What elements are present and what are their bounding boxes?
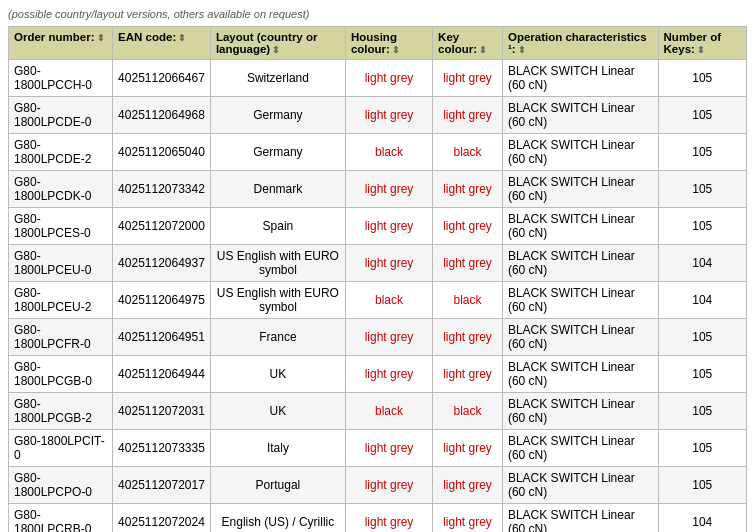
cell-housing: light grey (345, 245, 432, 282)
cell-order: G80-1800LPCEU-2 (9, 282, 113, 319)
cell-key: light grey (433, 208, 503, 245)
cell-housing: light grey (345, 430, 432, 467)
cell-ean: 4025112064951 (113, 319, 211, 356)
column-header-layout[interactable]: Layout (country or language)⇕ (210, 27, 345, 60)
cell-layout: Germany (210, 97, 345, 134)
cell-layout: Portugal (210, 467, 345, 504)
cell-op: BLACK SWITCH Linear (60 cN) (502, 356, 658, 393)
cell-numkeys: 105 (658, 430, 746, 467)
cell-order: G80-1800LPCFR-0 (9, 319, 113, 356)
column-header-ean[interactable]: EAN code:⇕ (113, 27, 211, 60)
cell-ean: 4025112072017 (113, 467, 211, 504)
cell-ean: 4025112072024 (113, 504, 211, 533)
cell-numkeys: 105 (658, 356, 746, 393)
cell-ean: 4025112072031 (113, 393, 211, 430)
sort-icon: ⇕ (479, 45, 487, 55)
cell-numkeys: 105 (658, 319, 746, 356)
table-row: G80-1800LPCFR-04025112064951Francelight … (9, 319, 747, 356)
cell-numkeys: 104 (658, 504, 746, 533)
table-row: G80-1800LPCGB-24025112072031UKblackblack… (9, 393, 747, 430)
cell-ean: 4025112066467 (113, 60, 211, 97)
cell-numkeys: 105 (658, 97, 746, 134)
cell-layout: Germany (210, 134, 345, 171)
cell-layout: France (210, 319, 345, 356)
table-row: G80-1800LPCDE-24025112065040Germanyblack… (9, 134, 747, 171)
cell-ean: 4025112064944 (113, 356, 211, 393)
column-header-key[interactable]: Key colour:⇕ (433, 27, 503, 60)
table-row: G80-1800LPCEU-24025112064975US English w… (9, 282, 747, 319)
cell-order: G80-1800LPCCH-0 (9, 60, 113, 97)
cell-order: G80-1800LPCIT-0 (9, 430, 113, 467)
cell-ean: 4025112072000 (113, 208, 211, 245)
cell-ean: 4025112073335 (113, 430, 211, 467)
cell-op: BLACK SWITCH Linear (60 cN) (502, 60, 658, 97)
sort-icon: ⇕ (97, 33, 105, 43)
sort-icon: ⇕ (697, 45, 705, 55)
cell-housing: black (345, 393, 432, 430)
cell-key: black (433, 134, 503, 171)
table-row: G80-1800LPCRB-04025112072024English (US)… (9, 504, 747, 533)
cell-ean: 4025112073342 (113, 171, 211, 208)
cell-op: BLACK SWITCH Linear (60 cN) (502, 467, 658, 504)
cell-housing: light grey (345, 356, 432, 393)
cell-key: light grey (433, 171, 503, 208)
cell-layout: Switzerland (210, 60, 345, 97)
cell-ean: 4025112064937 (113, 245, 211, 282)
cell-op: BLACK SWITCH Linear (60 cN) (502, 171, 658, 208)
cell-numkeys: 105 (658, 134, 746, 171)
cell-order: G80-1800LPCES-0 (9, 208, 113, 245)
cell-op: BLACK SWITCH Linear (60 cN) (502, 97, 658, 134)
table-row: G80-1800LPCEU-04025112064937US English w… (9, 245, 747, 282)
cell-op: BLACK SWITCH Linear (60 cN) (502, 430, 658, 467)
cell-key: light grey (433, 467, 503, 504)
cell-op: BLACK SWITCH Linear (60 cN) (502, 393, 658, 430)
cell-order: G80-1800LPCGB-0 (9, 356, 113, 393)
cell-op: BLACK SWITCH Linear (60 cN) (502, 282, 658, 319)
cell-op: BLACK SWITCH Linear (60 cN) (502, 208, 658, 245)
cell-layout: UK (210, 393, 345, 430)
cell-key: light grey (433, 356, 503, 393)
column-header-numkeys[interactable]: Number of Keys:⇕ (658, 27, 746, 60)
cell-ean: 4025112064968 (113, 97, 211, 134)
table-row: G80-1800LPCPO-04025112072017Portugalligh… (9, 467, 747, 504)
column-header-order[interactable]: Order number:⇕ (9, 27, 113, 60)
table-row: G80-1800LPCIT-04025112073335Italylight g… (9, 430, 747, 467)
cell-layout: US English with EUROsymbol (210, 282, 345, 319)
cell-layout: English (US) / Cyrillic (210, 504, 345, 533)
table-row: G80-1800LPCCH-04025112066467Switzerlandl… (9, 60, 747, 97)
cell-key: light grey (433, 60, 503, 97)
cell-key: light grey (433, 245, 503, 282)
cell-key: light grey (433, 430, 503, 467)
cell-numkeys: 104 (658, 282, 746, 319)
cell-layout: US English with EUROsymbol (210, 245, 345, 282)
cell-numkeys: 104 (658, 245, 746, 282)
cell-order: G80-1800LPCGB-2 (9, 393, 113, 430)
cell-op: BLACK SWITCH Linear (60 cN) (502, 504, 658, 533)
cell-housing: light grey (345, 319, 432, 356)
cell-key: light grey (433, 319, 503, 356)
cell-housing: light grey (345, 60, 432, 97)
table-row: G80-1800LPCDE-04025112064968Germanylight… (9, 97, 747, 134)
cell-key: black (433, 393, 503, 430)
column-header-housing[interactable]: Housing colour:⇕ (345, 27, 432, 60)
table-row: G80-1800LPCDK-04025112073342Denmarklight… (9, 171, 747, 208)
cell-op: BLACK SWITCH Linear (60 cN) (502, 319, 658, 356)
cell-ean: 4025112064975 (113, 282, 211, 319)
cell-housing: light grey (345, 208, 432, 245)
sort-icon: ⇕ (392, 45, 400, 55)
cell-op: BLACK SWITCH Linear (60 cN) (502, 245, 658, 282)
cell-order: G80-1800LPCDK-0 (9, 171, 113, 208)
cell-key: black (433, 282, 503, 319)
sort-icon: ⇕ (178, 33, 186, 43)
sort-icon: ⇕ (272, 45, 280, 55)
cell-numkeys: 105 (658, 393, 746, 430)
cell-layout: Italy (210, 430, 345, 467)
cell-housing: black (345, 134, 432, 171)
cell-layout: Spain (210, 208, 345, 245)
sort-icon: ⇕ (518, 45, 526, 55)
cell-order: G80-1800LPCPO-0 (9, 467, 113, 504)
table-row: G80-1800LPCGB-04025112064944UKlight grey… (9, 356, 747, 393)
cell-layout: Denmark (210, 171, 345, 208)
page-note: (possible country/layout versions, other… (8, 8, 747, 20)
column-header-op[interactable]: Operation characteristics ¹:⇕ (502, 27, 658, 60)
